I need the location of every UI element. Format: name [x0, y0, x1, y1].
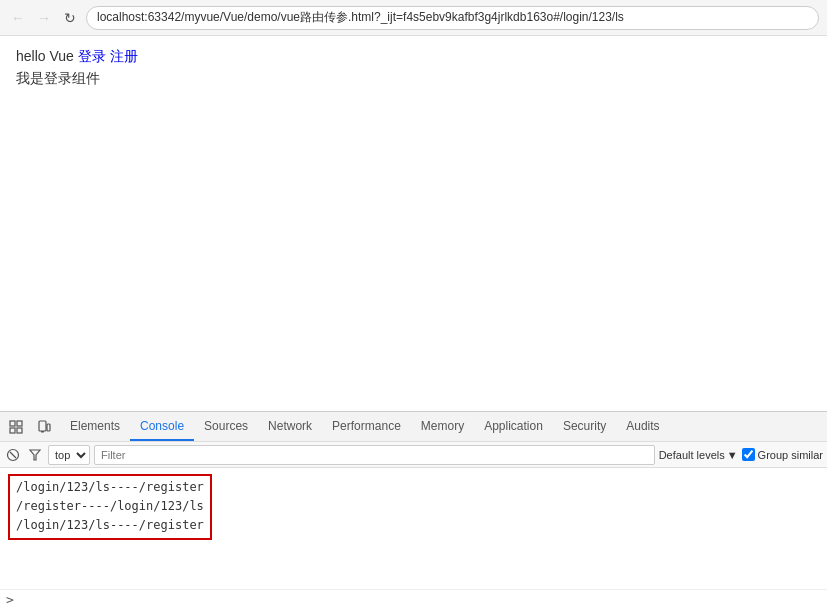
devtools-panel: Elements Console Sources Network Perform… — [0, 411, 827, 609]
default-levels-button[interactable]: Default levels ▼ — [659, 449, 738, 461]
devtools-tab-bar: Elements Console Sources Network Perform… — [0, 412, 827, 442]
browser-toolbar: ← → ↻ — [0, 0, 827, 36]
tab-console[interactable]: Console — [130, 412, 194, 441]
svg-line-8 — [10, 452, 16, 458]
tab-performance[interactable]: Performance — [322, 412, 411, 441]
device-toolbar-icon[interactable] — [32, 415, 56, 439]
group-similar-checkbox[interactable] — [742, 448, 755, 461]
group-similar-label: Group similar — [758, 449, 823, 461]
console-toolbar: top Default levels ▼ Group similar — [0, 442, 827, 468]
register-link[interactable]: 注册 — [110, 48, 138, 64]
address-bar[interactable] — [86, 6, 819, 30]
tab-network[interactable]: Network — [258, 412, 322, 441]
svg-rect-0 — [10, 421, 15, 426]
filter-input[interactable] — [94, 445, 655, 465]
default-levels-label: Default levels — [659, 449, 725, 461]
reload-button[interactable]: ↻ — [60, 8, 80, 28]
dropdown-arrow-icon: ▼ — [727, 449, 738, 461]
svg-rect-1 — [17, 421, 22, 426]
console-output: /login/123/ls----/register /register----… — [0, 468, 827, 589]
console-line-0: /login/123/ls----/register — [16, 478, 204, 497]
hello-text: hello Vue — [16, 48, 74, 64]
forward-button[interactable]: → — [34, 8, 54, 28]
svg-rect-3 — [17, 428, 22, 433]
tab-sources[interactable]: Sources — [194, 412, 258, 441]
tab-memory[interactable]: Memory — [411, 412, 474, 441]
default-levels-container: Default levels ▼ — [659, 449, 738, 461]
svg-rect-6 — [47, 424, 50, 431]
hello-line: hello Vue 登录注册 — [16, 48, 811, 66]
tab-audits[interactable]: Audits — [616, 412, 669, 441]
tab-application[interactable]: Application — [474, 412, 553, 441]
console-prompt-icon: > — [6, 592, 14, 607]
context-select[interactable]: top — [48, 445, 90, 465]
page-content: hello Vue 登录注册 我是登录组件 — [0, 36, 827, 411]
tab-elements[interactable]: Elements — [60, 412, 130, 441]
login-link[interactable]: 登录 — [78, 48, 106, 64]
svg-rect-4 — [39, 421, 46, 431]
clear-console-button[interactable] — [4, 446, 22, 464]
back-button[interactable]: ← — [8, 8, 28, 28]
svg-rect-5 — [41, 431, 44, 433]
console-line-2: /login/123/ls----/register — [16, 516, 204, 535]
console-bottom-bar: > — [0, 589, 827, 609]
console-line-1: /register----/login/123/ls — [16, 497, 204, 516]
inspect-icon[interactable] — [4, 415, 28, 439]
tab-security[interactable]: Security — [553, 412, 616, 441]
subtitle-text: 我是登录组件 — [16, 70, 811, 88]
group-similar-container: Group similar — [742, 448, 823, 461]
svg-marker-9 — [30, 450, 40, 460]
filter-icon-button[interactable] — [26, 446, 44, 464]
svg-rect-2 — [10, 428, 15, 433]
